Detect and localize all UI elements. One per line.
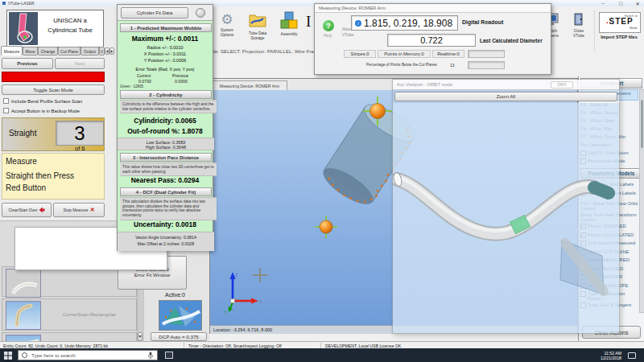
folder-icon xyxy=(248,12,267,28)
location-readout: Location: -3.294, 6.716, 8.000 xyxy=(213,327,272,332)
gear-icon: ⚙ xyxy=(221,11,233,27)
assembly-button[interactable]: Assembly xyxy=(275,10,303,47)
stop-x-icon: ✕ xyxy=(90,207,95,213)
maximum-wobble-value: Maximum +/-: 0.0011 xyxy=(118,35,213,43)
help-icon[interactable]: ? xyxy=(323,20,334,31)
microphone-icon[interactable] xyxy=(147,352,154,360)
step-number: 3 xyxy=(56,121,104,146)
statusbar-divider xyxy=(184,343,184,348)
aux-viewport-titlebar[interactable]: Aux Viewport - ORBIT mode DRO xyxy=(393,80,619,90)
accept-backup-checkbox[interactable]: Accept Button is in Backup Mode xyxy=(3,108,80,113)
tab-move[interactable]: Move xyxy=(23,47,38,56)
error-totals-label: Error Totals (Rad, X pos, Y pos) xyxy=(118,67,213,72)
assembly-cubes-icon xyxy=(279,11,299,29)
search-box[interactable]: Type here to search xyxy=(18,350,158,360)
diameter-value: 0.722 xyxy=(420,35,443,45)
dcf-description: This calculation divides the surface dat… xyxy=(120,197,217,220)
device-panel-titlebar[interactable]: Measuring Device: ROMER Arm xyxy=(315,4,551,13)
vtube-laser-app: VTube-LASER – ▢ ✕ ⚙ SystemOptions Tube D… xyxy=(0,0,644,362)
clock-date: 12/21/2018 xyxy=(586,356,621,361)
previous-label: Previous xyxy=(172,73,188,78)
fit-panel-title-button[interactable]: Cylinder Fit Data xyxy=(121,7,188,19)
corner-scan-thumbnail xyxy=(6,301,41,330)
entity-count-status: Entity Count: 82, Undo Count: 0, Undo Me… xyxy=(3,343,108,348)
uniscan-header: UNISCAN a Cylindrical Tube xyxy=(6,10,104,47)
digital-readout-value: 1.815, 0.219, 18.908 xyxy=(364,18,452,29)
clock-time: 11:52 AM xyxy=(586,351,621,356)
taskbar-clock[interactable]: 11:52 AM 12/21/2018 xyxy=(586,351,621,362)
active-scan-thumbnail[interactable] xyxy=(159,300,202,331)
vector-angle-value: Vector Angle Uncertainty: 0.0814 xyxy=(118,232,214,240)
scan-thumbnail xyxy=(6,269,41,298)
radius-value: Radius +/-: 0.0010 xyxy=(118,45,213,50)
wobble-section-header: 1 - Predicted Maximum Wobble xyxy=(120,23,212,32)
out-of-round-value: Out-of-round %: 1.8078 xyxy=(118,127,213,135)
checkbox-icon xyxy=(3,98,9,104)
license-status: DEVELOPMENT, Local USB License OK xyxy=(325,343,401,348)
tube-data-storage-button[interactable]: Tube DataStorage xyxy=(243,10,272,47)
toggle-scan-mode-button[interactable]: Toggle Scan Mode xyxy=(2,84,105,95)
tab-cut-plane[interactable]: Cut Plane xyxy=(58,47,80,56)
surface-band: Low Surface: 0.3583 High Surface: 0.3648 xyxy=(118,138,214,150)
list-item[interactable] xyxy=(2,266,137,297)
zoom-all-button[interactable]: Zoom All xyxy=(394,92,617,101)
start-button-icon[interactable] xyxy=(4,352,12,360)
percent-below-label: Percentage of Points Below the Cut Plane… xyxy=(366,63,437,67)
sidebar-scrollbar[interactable] xyxy=(639,89,644,313)
info-icon: i xyxy=(355,20,361,27)
y-position-value: Y Position +/-: 0.0006 xyxy=(118,58,213,63)
previous-value: 0.0000 xyxy=(175,79,188,84)
percent-below-value: 13 xyxy=(450,63,455,68)
red-measure-bar xyxy=(2,72,105,82)
maximize-button[interactable]: ▢ xyxy=(613,0,628,6)
green-count-note: Green - 12805 xyxy=(120,84,143,88)
left-tab-strip: Measure Move Change Cut Plane Output V xyxy=(1,46,114,56)
corner-scan-item[interactable]: CornerScan Rectangular xyxy=(2,298,137,331)
step-indicator: Straight 3 of 6 xyxy=(2,117,105,151)
dro-button[interactable]: DRO xyxy=(551,81,573,88)
cylindricity-section-header: 2 - Cylindricity xyxy=(120,90,212,99)
task-view-icon[interactable] xyxy=(165,352,173,359)
step-of-total: of 6 xyxy=(75,145,85,152)
dcf-section-header: 4 - DCF (Dual Cylinder Fit) xyxy=(120,187,212,196)
points-in-memory-field: Points in Memory:0 xyxy=(378,50,431,58)
clear-start-over-button[interactable]: Clear/Start Over xyxy=(2,203,52,217)
close-button[interactable]: ✕ xyxy=(631,0,644,6)
percent-value-box xyxy=(468,61,505,69)
uniscan-title-line1: UNISCAN a xyxy=(39,16,101,26)
close-vtube-button[interactable]: CloseVTube xyxy=(567,11,591,50)
stripes-field: Stripes:0 xyxy=(344,50,376,58)
text-cursor-tool[interactable]: I xyxy=(306,13,311,31)
step-label: Straight xyxy=(9,129,36,138)
tab-overflow[interactable]: V xyxy=(99,47,105,56)
stripes-value-box xyxy=(468,50,505,58)
max-offset-value: Max Offset at 2 inches: 0.0028 xyxy=(118,240,214,247)
active-count-label: Active:0 xyxy=(165,292,185,298)
bend-profile-checkbox[interactable]: Include Bend Profile Surface Scan xyxy=(3,98,82,104)
door-icon xyxy=(573,13,584,26)
windows-taskbar: Type here to search O ✎ CX W ✶ @ ⇄ N C ∧ xyxy=(0,348,644,362)
current-label: Current xyxy=(137,73,151,78)
search-placeholder: Type here to search xyxy=(31,352,76,358)
tab-change[interactable]: Change xyxy=(38,47,58,56)
aux-viewport-3d-scene[interactable] xyxy=(393,103,619,333)
tab-scroll-right-icon[interactable] xyxy=(109,47,114,55)
tab-measure[interactable]: Measure xyxy=(1,46,23,56)
cortana-icon xyxy=(22,352,27,358)
statusbar-divider xyxy=(320,343,321,348)
dcp-auto-button[interactable]: DCP Auto = 0.375 xyxy=(151,332,207,341)
minimize-button[interactable]: – xyxy=(596,0,610,6)
scroll-down-icon[interactable] xyxy=(138,332,142,341)
tab-output[interactable]: Output xyxy=(80,47,99,56)
previous-button[interactable]: Previous xyxy=(2,58,53,69)
notification-center-icon[interactable] xyxy=(628,352,636,359)
cylindricity-description: Cylindricity is the difference between t… xyxy=(120,100,217,113)
fit-panel-round-icon[interactable] xyxy=(196,8,205,18)
stop-measure-button[interactable]: Stop Measure ✕ xyxy=(53,203,105,217)
system-options-button[interactable]: ⚙ SystemOptions xyxy=(214,10,240,47)
next-button[interactable]: Next xyxy=(55,58,105,69)
fit-panel-titlebar[interactable]: Cylinder Fit Data xyxy=(118,5,213,21)
import-step-button[interactable]: Switch to ▪STEP Mode Import STEP files xyxy=(594,10,643,51)
cylindricity-value: Cylindricity: 0.0065 xyxy=(118,117,213,125)
diameter-box: 0.722 xyxy=(387,34,476,47)
